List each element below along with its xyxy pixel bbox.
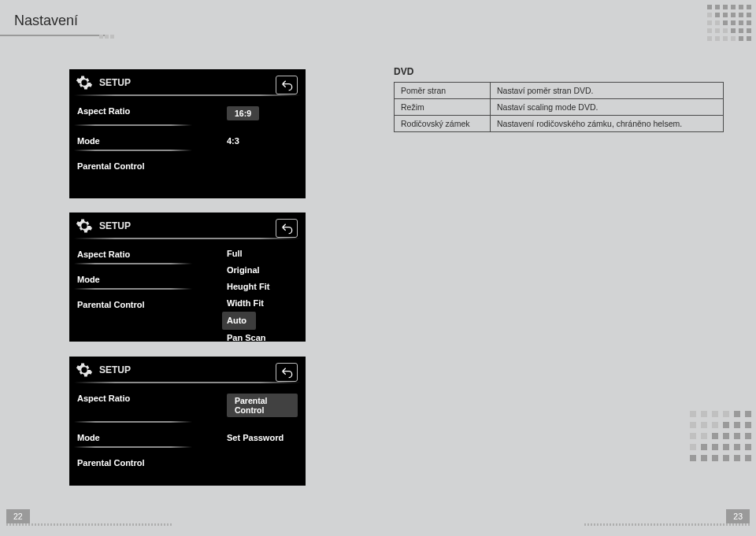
table-row: Poměr stran Nastaví poměr stran DVD. [395,83,724,99]
option-width-fit[interactable]: Width Fit [227,295,269,312]
option-height-fit[interactable]: Heught Fit [227,279,269,295]
page-number-right: 23 [726,509,750,523]
setup-label: SETUP [99,364,131,375]
gear-icon [76,217,93,235]
page-number-left: 22 [6,509,30,523]
option-pan-scan[interactable]: Pan Scan [227,330,269,346]
dvd-heading: DVD [394,66,413,77]
mode-options-list: Full Original Heught Fit Width Fit Auto … [227,246,269,346]
setup-panel-mode-options: SETUP Aspect Ratio Mode Parental Control… [69,213,306,342]
menu-aspect-ratio[interactable]: Aspect Ratio [69,239,195,263]
gear-icon [76,361,93,379]
footer: 22 23 [0,509,756,528]
decoration-dots [99,35,114,39]
cell-label: Rodičovský zámek [395,116,491,132]
gear-icon [76,74,93,91]
menu-mode[interactable]: Mode [69,423,195,446]
cell-desc: Nastaví scaling mode DVD. [491,99,724,116]
cell-label: Režim [395,99,491,116]
ornament-bottom-right [690,411,751,461]
back-icon[interactable] [276,363,298,382]
menu-aspect-ratio[interactable]: Aspect Ratio [69,96,195,124]
option-original[interactable]: Original [227,262,269,279]
menu-mode[interactable]: Mode [69,264,195,288]
page-title: Nastavení [14,13,78,29]
setup-panel-parental: SETUP Aspect Ratio Parental Control Mode… [69,357,306,486]
setup-label: SETUP [99,77,131,88]
cell-desc: Nastaví poměr stran DVD. [491,83,724,99]
footer-line-left [6,523,172,526]
option-full[interactable]: Full [227,246,269,262]
menu-parental-control[interactable]: Parental Control [69,151,195,175]
menu-mode[interactable]: Mode [69,126,195,150]
table-row: Režim Nastaví scaling mode DVD. [395,99,724,116]
menu-parental-control[interactable]: Parental Control [69,448,195,471]
option-auto-selected[interactable]: Auto [222,312,256,330]
table-row: Rodičovský zámek Nastavení rodičovského … [395,116,724,132]
menu-aspect-ratio[interactable]: Aspect Ratio [69,383,195,421]
dvd-settings-table: Poměr stran Nastaví poměr stran DVD. Rež… [394,82,724,132]
ornament-top-right [707,5,751,41]
value-set-password: Set Password [195,423,306,446]
cell-label: Poměr stran [395,83,491,99]
value-aspect-ratio: 16:9 [195,96,306,124]
footer-line-right [584,523,750,526]
back-icon[interactable] [276,219,298,238]
setup-panel-aspect: SETUP Aspect Ratio 16:9 Mode 4:3 Parenta… [69,69,306,198]
back-icon[interactable] [276,76,298,94]
cell-desc: Nastavení rodičovského zámku, chráněno h… [491,116,724,132]
menu-parental-control[interactable]: Parental Control [69,290,195,313]
title-underline [0,35,107,36]
value-mode: 4:3 [195,126,306,150]
setup-label: SETUP [99,220,131,231]
value-parental-control: Parental Control [195,383,306,421]
